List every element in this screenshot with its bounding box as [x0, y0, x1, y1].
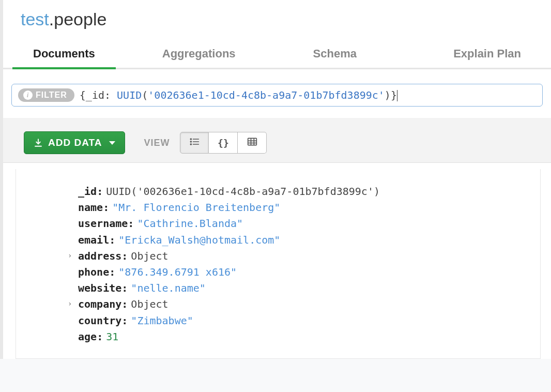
add-data-button[interactable]: ADD DATA	[24, 131, 125, 154]
collection-title: test.people	[3, 0, 551, 41]
svg-point-0	[191, 139, 192, 140]
view-table-button[interactable]	[238, 132, 267, 154]
filter-bar[interactable]: i FILTER {_id: UUID('002636e1-10cd-4c8b-…	[11, 84, 543, 107]
field-value: Object	[131, 248, 168, 264]
field-value: "nelle.name"	[131, 280, 206, 296]
field-value: "Mr. Florencio Breitenberg"	[112, 200, 280, 216]
view-label: VIEW	[144, 138, 170, 148]
field-key: name	[78, 200, 103, 216]
field-key: country	[78, 313, 121, 329]
tab-label: Aggregations	[162, 47, 236, 60]
field-value: "Cathrine.Blanda"	[137, 216, 243, 232]
tab-schema[interactable]: Schema	[298, 41, 372, 68]
document-field-row[interactable]: _id:UUID('002636e1-10cd-4c8b-a9a7-01b7bf…	[78, 184, 530, 200]
toolbar: ADD DATA VIEW {}	[3, 118, 551, 163]
document-field-row[interactable]: phone:"876.349.6791 x616"	[78, 264, 530, 280]
colon: :	[103, 200, 109, 216]
colon: :	[109, 232, 115, 248]
field-value: "876.349.6791 x616"	[118, 264, 237, 280]
field-key: company	[78, 296, 121, 312]
add-data-label: ADD DATA	[48, 137, 102, 148]
field-key: address	[78, 248, 121, 264]
document-field-row[interactable]: age:31	[78, 329, 530, 345]
tab-label: Explain Plan	[453, 47, 521, 60]
view-list-button[interactable]	[180, 132, 209, 154]
tab-label: Schema	[313, 47, 357, 60]
colon: :	[109, 264, 115, 280]
field-value: "Zimbabwe"	[131, 313, 193, 329]
document-field-row[interactable]: ›company:Object	[78, 296, 530, 312]
filter-chip[interactable]: i FILTER	[18, 88, 74, 102]
field-key: website	[78, 280, 121, 296]
chevron-down-icon	[109, 141, 115, 145]
document-card[interactable]: _id:UUID('002636e1-10cd-4c8b-a9a7-01b7bf…	[16, 169, 541, 359]
svg-point-4	[191, 144, 192, 145]
colon: :	[97, 329, 103, 345]
list-icon	[189, 138, 200, 148]
table-icon	[247, 137, 257, 148]
document-field-row[interactable]: email:"Ericka_Walsh@hotmail.com"	[78, 232, 530, 248]
collection-name: .people	[49, 9, 107, 29]
document-field-row[interactable]: website:"nelle.name"	[78, 280, 530, 296]
field-value: Object	[131, 296, 168, 312]
filter-query-input[interactable]: {_id: UUID('002636e1-10cd-4c8b-a9a7-01b7…	[80, 89, 536, 102]
colon: :	[97, 184, 103, 200]
view-json-button[interactable]: {}	[209, 132, 238, 154]
document-field-row[interactable]: country:"Zimbabwe"	[78, 313, 530, 329]
expand-toggle-icon[interactable]: ›	[68, 298, 72, 310]
colon: :	[121, 296, 128, 312]
field-key: _id	[78, 184, 97, 200]
expand-toggle-icon[interactable]: ›	[68, 250, 72, 262]
field-value: "Ericka_Walsh@hotmail.com"	[118, 232, 280, 248]
svg-point-2	[191, 141, 192, 142]
tab-label: Documents	[33, 47, 95, 60]
info-icon: i	[23, 91, 33, 100]
svg-rect-6	[248, 138, 257, 145]
document-field-row[interactable]: username:"Cathrine.Blanda"	[78, 216, 530, 232]
tab-explain-plan[interactable]: Explain Plan	[438, 41, 537, 68]
database-name: test	[21, 9, 49, 29]
colon: :	[121, 248, 128, 264]
field-key: username	[78, 216, 128, 232]
document-field-row[interactable]: ›address:Object	[78, 248, 530, 264]
field-value: 31	[106, 329, 118, 345]
tab-documents[interactable]: Documents	[12, 41, 116, 68]
colon: :	[121, 280, 128, 296]
field-key: email	[78, 232, 109, 248]
tab-bar: Documents Aggregations Schema Explain Pl…	[3, 41, 551, 69]
field-key: phone	[78, 264, 109, 280]
view-mode-group: {}	[180, 132, 267, 154]
field-value: UUID('002636e1-10cd-4c8b-a9a7-01b7bfd389…	[106, 184, 380, 200]
document-field-row[interactable]: name:"Mr. Florencio Breitenberg"	[78, 200, 530, 216]
colon: :	[128, 216, 134, 232]
colon: :	[121, 313, 128, 329]
field-key: age	[78, 329, 97, 345]
import-icon	[34, 138, 43, 147]
filter-chip-label: FILTER	[36, 91, 67, 100]
text-cursor	[397, 90, 397, 101]
tab-aggregations[interactable]: Aggregations	[147, 41, 251, 68]
braces-icon: {}	[218, 138, 229, 148]
